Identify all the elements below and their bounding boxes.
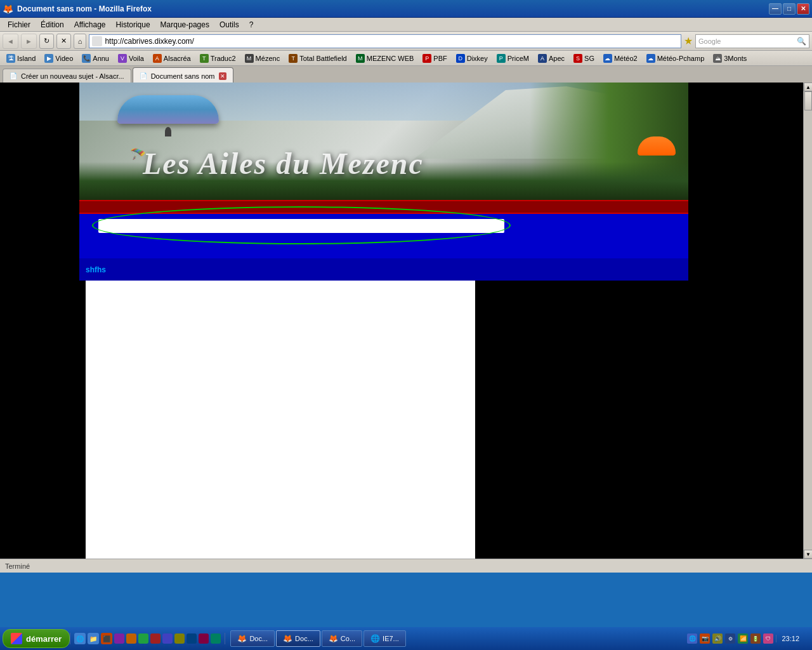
home-button[interactable]: ⌂ [74, 34, 87, 49]
bm-meteo2[interactable]: ☁Météo2 [599, 53, 641, 64]
window-title: Document sans nom - Mozilla Firefox [17, 4, 769, 13]
status-text: Terminé [5, 562, 30, 570]
menu-edition[interactable]: Édition [36, 19, 69, 30]
menu-affichage[interactable]: Affichage [69, 19, 111, 30]
scroll-down-button[interactable]: ▼ [804, 550, 812, 559]
ql-icon4[interactable] [114, 633, 124, 644]
ql-icon8[interactable] [162, 633, 173, 644]
systray-icon3[interactable]: 🔊 [712, 633, 723, 644]
bookmark-star[interactable]: ★ [684, 35, 693, 47]
bm-apec[interactable]: AApec [534, 53, 568, 64]
minimize-button[interactable]: — [769, 3, 782, 15]
systray: 🌐 📷 🔊 ⚙ 📶 🔋 🛡 23:12 [682, 633, 809, 644]
ql-icon6[interactable] [138, 633, 148, 644]
bm-video[interactable]: ▶Video [41, 53, 77, 64]
bm-traduc2[interactable]: TTraduc2 [196, 53, 240, 64]
site-title: Les Ailes du Mezenc [143, 146, 688, 181]
systray-icon4[interactable]: ⚙ [725, 633, 735, 644]
white-nav-bar [98, 219, 504, 233]
bm-alsacrea[interactable]: AAlsacréa [149, 53, 195, 64]
bm-3monts[interactable]: ⛰3Monts [709, 53, 750, 64]
ql-explorer[interactable]: 📁 [88, 633, 99, 644]
sg-icon: S [573, 54, 582, 63]
nav-blue-area [79, 214, 688, 258]
navbar: ◄ ► ↻ ✕ ⌂ http://cabrives.dixkey.com/ ★ … [0, 32, 812, 51]
tab-document-sans-nom[interactable]: 📄 Document sans nom ✕ [133, 67, 233, 83]
tab-close-button[interactable]: ✕ [219, 72, 226, 80]
bm-pricem[interactable]: PPriceM [493, 53, 533, 64]
island-icon: 🏝 [6, 54, 15, 63]
menu-fichier[interactable]: Fichier [3, 19, 36, 30]
start-button[interactable]: démarrer [3, 629, 70, 648]
reload-button[interactable]: ↻ [39, 34, 54, 49]
search-bar[interactable]: Google 🔍 [695, 34, 809, 48]
menu-historique[interactable]: Historique [111, 19, 155, 30]
close-button[interactable]: ✕ [797, 3, 809, 15]
bm-annu[interactable]: 📞Annu [78, 53, 113, 64]
bm-voila[interactable]: VVoila [114, 53, 148, 64]
start-label: démarrer [26, 634, 62, 644]
nav-link-text[interactable]: shfhs [86, 265, 106, 274]
paraglider-wing [117, 95, 219, 124]
ql-media[interactable]: ⬛ [101, 633, 112, 644]
tabbar: 📄 Créer un nouveau sujet - Alsacr... 📄 D… [0, 66, 812, 83]
address-bar: http://cabrives.dixkey.com/ [89, 34, 681, 48]
taskbar-doc1-icon: 🦊 [237, 634, 247, 643]
systray-icon5[interactable]: 📶 [738, 633, 748, 644]
ql-icon7[interactable] [150, 633, 160, 644]
taskbar-doc1-label: Doc... [249, 635, 268, 642]
totalbf-icon: T [289, 54, 298, 63]
back-button[interactable]: ◄ [3, 34, 18, 49]
systray-icon6[interactable]: 🔋 [750, 633, 761, 644]
search-icon: 🔍 [797, 37, 806, 46]
windows-logo [11, 633, 22, 644]
mezenc-icon: M [245, 54, 254, 63]
systray-icon1[interactable]: 🌐 [687, 633, 697, 644]
maximize-button[interactable]: □ [783, 3, 796, 15]
taskbar-ie[interactable]: 🌐 IE7... [363, 630, 406, 647]
main-content [86, 281, 475, 559]
tab-label: Créer un nouveau sujet - Alsacr... [21, 72, 124, 80]
tab-icon: 📄 [10, 72, 17, 79]
forward-button[interactable]: ► [21, 34, 37, 49]
systray-icon2[interactable]: 📷 [700, 633, 710, 644]
scroll-up-button[interactable]: ▲ [804, 83, 812, 91]
taskbar-ie-icon: 🌐 [370, 634, 380, 643]
scrollbar[interactable]: ▲ ▼ [803, 83, 812, 559]
bm-dixkey[interactable]: DDixkey [452, 53, 492, 64]
paraglider-pilot [165, 127, 171, 136]
quick-launch: 🌐 📁 ⬛ [70, 633, 225, 644]
menu-help[interactable]: ? [244, 19, 259, 30]
taskbar-co[interactable]: 🦊 Co... [322, 630, 362, 647]
ql-icon5[interactable] [126, 633, 136, 644]
bm-island[interactable]: 🏝Island [3, 53, 39, 64]
statusbar: Terminé [0, 559, 812, 573]
bm-mezencweb[interactable]: MMEZENC WEB [352, 53, 418, 64]
bm-sg[interactable]: SSG [570, 53, 598, 64]
bm-meteop[interactable]: ☁Météo-Pchamp [643, 53, 709, 64]
ql-browser[interactable]: 🌐 [74, 633, 86, 644]
stop-button[interactable]: ✕ [56, 34, 71, 49]
menu-outils[interactable]: Outils [214, 19, 244, 30]
bm-mezenc[interactable]: MMézenc [241, 53, 284, 64]
search-placeholder: Google [698, 37, 721, 45]
tab-label-active: Document sans nom [151, 72, 215, 80]
meteop-icon: ☁ [646, 54, 655, 63]
scroll-thumb[interactable] [804, 91, 812, 110]
pricem-icon: P [497, 54, 506, 63]
ql-icon12[interactable] [211, 633, 221, 644]
ql-icon9[interactable] [174, 633, 185, 644]
systray-icon7[interactable]: 🛡 [763, 633, 773, 644]
voila-icon: V [118, 54, 127, 63]
bm-totalbf[interactable]: TTotal Battlefield [285, 53, 351, 64]
bm-pbf[interactable]: PPBF [419, 53, 450, 64]
taskbar-doc1[interactable]: 🦊 Doc... [230, 630, 275, 647]
ql-icon11[interactable] [199, 633, 209, 644]
taskbar-co-icon: 🦊 [329, 634, 338, 643]
menu-marque-pages[interactable]: Marque-pages [155, 19, 214, 30]
window-controls: — □ ✕ [769, 3, 809, 15]
taskbar-doc2[interactable]: 🦊 Doc... [276, 630, 320, 647]
ql-icon10[interactable] [187, 633, 197, 644]
tab-create-sujet[interactable]: 📄 Créer un nouveau sujet - Alsacr... [3, 69, 131, 83]
website-container: 🪂 Les Ailes du Mezenc shfhs [79, 83, 688, 559]
